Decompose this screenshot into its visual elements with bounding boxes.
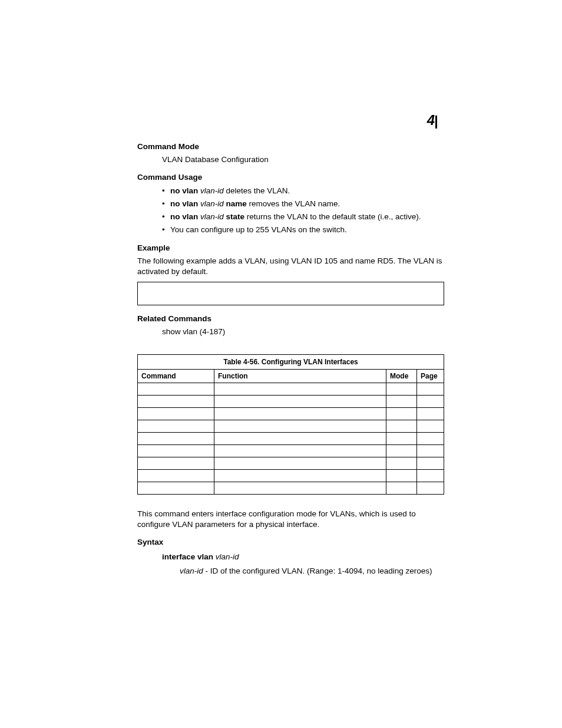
syntax-heading: Syntax (137, 537, 444, 548)
table-row (138, 420, 444, 433)
cell-command (138, 396, 214, 408)
usage-subkeyword: name (224, 199, 247, 208)
cell-page (417, 457, 444, 470)
cell-function (214, 420, 386, 433)
command-usage-list: no vlan vlan-id deletes the VLAN. no vla… (137, 186, 444, 236)
usage-bullet: no vlan vlan-id deletes the VLAN. (162, 186, 444, 196)
cell-page (417, 470, 444, 482)
cell-command (138, 408, 214, 420)
cell-function (214, 433, 386, 445)
command-description: This command enters interface configurat… (137, 509, 444, 530)
usage-param: vlan-id (200, 199, 224, 208)
cell-mode (386, 408, 417, 420)
table-header-page: Page (417, 369, 444, 383)
cell-command (138, 457, 214, 470)
syntax-keyword: interface vlan (162, 552, 216, 561)
table-row (138, 433, 444, 445)
usage-keyword: no vlan (170, 212, 200, 221)
document-page: 4 Command Mode VLAN Database Configurati… (0, 0, 562, 728)
cell-mode (386, 433, 417, 445)
cell-command (138, 470, 214, 482)
cell-command (138, 445, 214, 457)
usage-text: removes the VLAN name. (247, 199, 340, 208)
cell-mode (386, 396, 417, 408)
usage-bullet: no vlan vlan-id name removes the VLAN na… (162, 199, 444, 209)
syntax-command: interface vlan vlan-id (137, 552, 444, 562)
chapter-digit: 4 (427, 112, 435, 128)
table-row (138, 408, 444, 420)
usage-bullet: no vlan vlan-id state returns the VLAN t… (162, 212, 444, 222)
syntax-desc-param: vlan-id (180, 566, 203, 575)
usage-text: deletes the VLAN. (224, 186, 290, 195)
usage-keyword: no vlan (170, 186, 200, 195)
vlan-interfaces-table-wrap: Table 4-56. Configuring VLAN Interfaces … (137, 354, 444, 495)
cell-command (138, 420, 214, 433)
table-header-row: Command Function Mode Page (138, 369, 444, 383)
table-row (138, 482, 444, 495)
table-header-mode: Mode (386, 369, 417, 383)
example-code-box (137, 282, 444, 305)
cell-mode (386, 470, 417, 482)
chapter-number: 4 (427, 112, 437, 129)
cell-command (138, 433, 214, 445)
table-row (138, 470, 444, 482)
cell-page (417, 482, 444, 495)
table-row (138, 383, 444, 396)
vlan-interfaces-table: Table 4-56. Configuring VLAN Interfaces … (137, 354, 444, 495)
related-commands-text: show vlan (4-187) (137, 327, 444, 337)
usage-text: You can configure up to 255 VLANs on the… (170, 225, 347, 234)
cell-command (138, 383, 214, 396)
syntax-desc-text: - ID of the configured VLAN. (Range: 1-4… (203, 566, 432, 575)
syntax-description: vlan-id - ID of the configured VLAN. (Ra… (137, 566, 444, 577)
command-mode-text: VLAN Database Configuration (137, 154, 444, 165)
cell-function (214, 408, 386, 420)
cell-function (214, 470, 386, 482)
cell-page (417, 445, 444, 457)
cell-page (417, 408, 444, 420)
command-mode-heading: Command Mode (137, 141, 444, 152)
table-row (138, 457, 444, 470)
cell-page (417, 383, 444, 396)
usage-param: vlan-id (200, 186, 224, 195)
cell-mode (386, 420, 417, 433)
cell-function (214, 445, 386, 457)
cell-function (214, 482, 386, 495)
cell-mode (386, 482, 417, 495)
related-commands-heading: Related Commands (137, 314, 444, 324)
usage-param: vlan-id (200, 212, 224, 221)
table-header-function: Function (214, 369, 386, 383)
cell-page (417, 433, 444, 445)
page-content: Command Mode VLAN Database Configuration… (137, 141, 444, 577)
usage-bullet: You can configure up to 255 VLANs on the… (162, 225, 444, 235)
example-text: The following example adds a VLAN, using… (137, 256, 444, 277)
chapter-bar-icon (435, 116, 437, 129)
table-header-command: Command (138, 369, 214, 383)
cell-function (214, 457, 386, 470)
usage-subkeyword: state (224, 212, 244, 221)
command-usage-heading: Command Usage (137, 172, 444, 183)
usage-text: returns the VLAN to the default state (i… (244, 212, 421, 221)
cell-command (138, 482, 214, 495)
cell-mode (386, 383, 417, 396)
cell-mode (386, 445, 417, 457)
usage-keyword: no vlan (170, 199, 200, 208)
table-row (138, 445, 444, 457)
cell-function (214, 383, 386, 396)
cell-function (214, 396, 386, 408)
example-heading: Example (137, 243, 444, 253)
cell-mode (386, 457, 417, 470)
table-caption: Table 4-56. Configuring VLAN Interfaces (137, 354, 444, 369)
syntax-param: vlan-id (216, 552, 239, 561)
cell-page (417, 420, 444, 433)
cell-page (417, 396, 444, 408)
table-row (138, 396, 444, 408)
